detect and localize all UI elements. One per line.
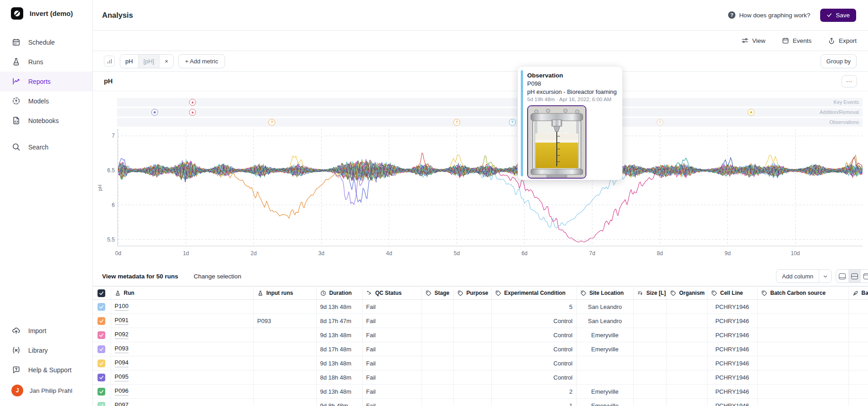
event-band-key-events: Key Events — [117, 98, 863, 107]
column-header-batch-glu[interactable]: Batch Glu — [848, 287, 868, 300]
column-header-run[interactable]: Run — [111, 287, 253, 300]
row-checkbox[interactable] — [98, 303, 105, 311]
table-row: P0979d 8h 48mFail1EmeryvillePCHRY1946 — [93, 399, 868, 406]
cell-batch_glu — [848, 300, 868, 314]
column-header-input-runs[interactable]: Input runs — [253, 287, 316, 300]
metric-bar: pH [pH] × + Add metric Group by — [93, 51, 868, 72]
sidebar-item-library[interactable]: Library — [0, 340, 92, 360]
sidebar-item-runs[interactable]: Runs — [0, 52, 92, 72]
row-checkbox[interactable] — [98, 402, 105, 406]
density-tall-button[interactable] — [861, 270, 868, 283]
sidebar-item-notebooks[interactable]: Notebooks — [0, 111, 92, 130]
key-event-marker[interactable] — [189, 109, 196, 116]
column-header-stage[interactable]: Stage — [421, 287, 453, 300]
sidebar-item-search[interactable]: Search — [0, 137, 92, 157]
observation-marker[interactable]: ? — [657, 119, 663, 126]
column-header-qc-status[interactable]: QC Status — [362, 287, 421, 300]
sidebar-item-schedule[interactable]: Schedule — [0, 32, 92, 52]
user-menu[interactable]: J Jan Philip Prahl — [0, 380, 92, 401]
sidebar-item-label: Models — [28, 98, 49, 105]
observation-marker[interactable]: ? — [268, 119, 275, 126]
key-event-marker[interactable] — [189, 99, 196, 106]
add-column-button[interactable]: Add column — [776, 270, 819, 283]
chevron-down-icon — [823, 274, 828, 279]
observation-marker[interactable]: ? — [453, 119, 460, 126]
column-header-site-location[interactable]: Site Location — [576, 287, 633, 300]
density-compact-button[interactable] — [836, 270, 848, 283]
events-button[interactable]: Events — [782, 37, 812, 44]
column-header-experimental-condition[interactable]: Experimental Condition — [491, 287, 576, 300]
sidebar-item-help[interactable]: Help & Support — [0, 360, 92, 380]
page-title: Analysis — [102, 11, 133, 20]
cell-batch_glu — [848, 385, 868, 399]
cell-qc_status: Fail — [362, 385, 421, 399]
run-link[interactable]: P100 — [115, 303, 128, 310]
bioreactor-image[interactable] — [527, 105, 586, 179]
export-button[interactable]: Export — [828, 37, 857, 44]
run-link[interactable]: P093 — [115, 345, 128, 353]
cell-duration: 9d 13h 48m — [316, 385, 362, 399]
add-column-chevron[interactable] — [819, 270, 831, 283]
upload-cloud-icon — [11, 326, 21, 335]
sidebar-item-models[interactable]: Models — [0, 91, 92, 111]
run-link[interactable]: P091 — [115, 317, 128, 324]
save-button[interactable]: Save — [820, 9, 856, 22]
select-all-checkbox[interactable] — [98, 289, 105, 297]
x-tick-label: 7d — [582, 250, 602, 257]
cell-duration: 9d 13h 48m — [316, 356, 362, 370]
run-link[interactable]: P092 — [115, 331, 128, 339]
column-header-purpose[interactable]: Purpose — [453, 287, 491, 300]
dot-glyph — [154, 111, 156, 113]
view-button[interactable]: View — [741, 37, 765, 44]
sidebar-item-label: Schedule — [28, 39, 55, 46]
observation-marker[interactable]: ? — [509, 119, 516, 126]
x-tick-label: 10d — [786, 250, 806, 257]
sidebar-item-import[interactable]: Import — [0, 321, 92, 340]
column-header-cell-line[interactable]: Cell Line — [707, 287, 757, 300]
row-checkbox[interactable] — [98, 317, 105, 325]
chart-canvas[interactable] — [93, 91, 868, 267]
cell-input_runs — [253, 399, 316, 406]
cell-stage — [421, 314, 453, 328]
cell-site_location: Emeryville — [576, 328, 633, 342]
graphing-help-link[interactable]: ? How does graphing work? — [728, 11, 810, 19]
column-label: Size [L] — [647, 290, 666, 296]
run-link[interactable]: P095 — [115, 373, 128, 381]
addition-removal-marker[interactable] — [151, 109, 158, 116]
addition-removal-marker[interactable] — [748, 109, 755, 116]
column-header-batch-carbon-source[interactable]: Batch Carbon source — [757, 287, 848, 300]
sidebar-item-reports[interactable]: Reports — [0, 72, 92, 91]
column-label: Run — [124, 290, 134, 296]
run-link[interactable]: P096 — [115, 387, 128, 395]
run-link[interactable]: P097 — [115, 401, 128, 406]
add-metric-button[interactable]: + Add metric — [178, 54, 225, 68]
row-checkbox[interactable] — [98, 388, 105, 396]
logo-row[interactable]: Invert (demo) — [0, 0, 92, 26]
ph-chart: Key EventsAddition/RemovalObservations??… — [93, 91, 868, 267]
sort-icon — [637, 290, 643, 296]
column-header-organism[interactable]: Organism — [666, 287, 707, 300]
column-header-duration[interactable]: Duration — [316, 287, 362, 300]
row-checkbox[interactable] — [98, 374, 105, 381]
run-link[interactable]: P094 — [115, 359, 128, 367]
density-normal-button[interactable] — [848, 270, 861, 283]
row-checkbox[interactable] — [98, 345, 105, 353]
column-label: Input runs — [267, 290, 293, 296]
row-checkbox[interactable] — [98, 331, 105, 339]
cell-experimental_condition: 2 — [491, 385, 576, 399]
row-checkbox[interactable] — [98, 360, 105, 367]
flask-icon — [11, 57, 21, 67]
chart-more-button[interactable]: … — [842, 75, 857, 87]
group-by-button[interactable]: Group by — [821, 54, 857, 68]
table-row: P0929d 13h 48mFailControlEmeryvillePCHRY… — [93, 328, 868, 342]
metric-name[interactable]: pH — [120, 55, 138, 68]
question-glyph: ? — [271, 120, 273, 124]
calendar-icon — [782, 37, 789, 44]
change-selection-button[interactable]: Change selection — [194, 273, 241, 280]
metric-unit[interactable]: [pH] — [138, 55, 160, 68]
column-header-size-l-[interactable]: Size [L] — [633, 287, 666, 300]
table-meta-bar: View metadata for 50 runs Change selecti… — [93, 267, 868, 286]
tooltip-run: P098 — [527, 80, 617, 87]
remove-metric-button[interactable]: × — [159, 55, 173, 68]
chart-section-header: pH … — [93, 72, 868, 91]
